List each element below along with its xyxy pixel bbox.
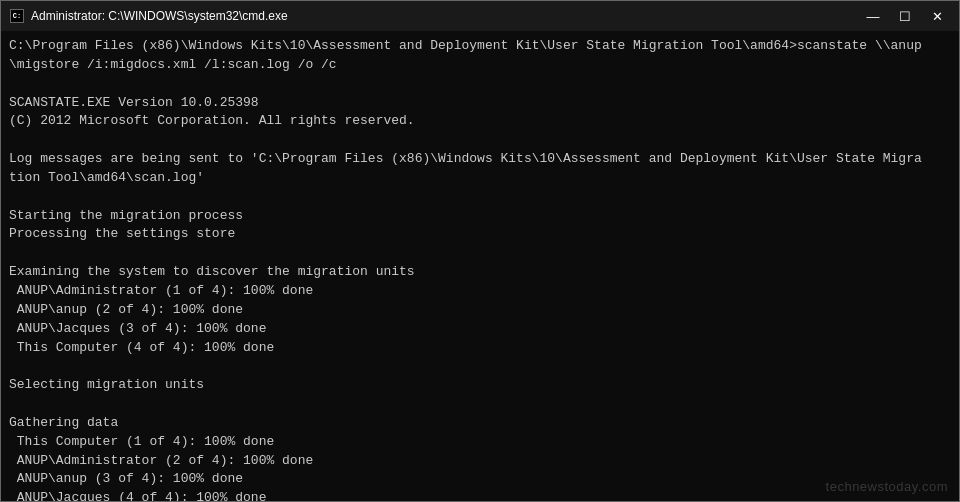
minimize-button[interactable]: — <box>859 6 887 26</box>
cmd-icon: C: <box>10 9 24 23</box>
title-bar-left: C: Administrator: C:\WINDOWS\system32\cm… <box>9 8 288 24</box>
cmd-icon-container: C: <box>9 8 25 24</box>
title-bar: C: Administrator: C:\WINDOWS\system32\cm… <box>1 1 959 31</box>
terminal-output: C:\Program Files (x86)\Windows Kits\10\A… <box>1 31 959 501</box>
cmd-window: C: Administrator: C:\WINDOWS\system32\cm… <box>0 0 960 502</box>
close-button[interactable]: ✕ <box>923 6 951 26</box>
window-title: Administrator: C:\WINDOWS\system32\cmd.e… <box>31 9 288 23</box>
window-controls: — ☐ ✕ <box>859 6 951 26</box>
maximize-button[interactable]: ☐ <box>891 6 919 26</box>
